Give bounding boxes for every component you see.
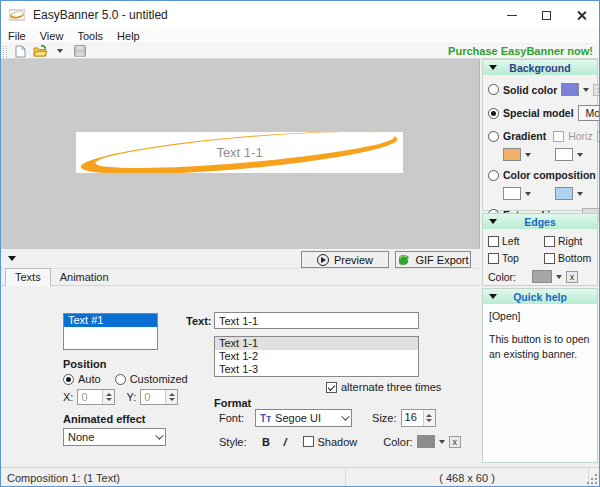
quick-help-panel-title: Quick help	[483, 291, 597, 303]
solid-color-dropdown-icon[interactable]	[583, 88, 589, 92]
edge-color-clear-button[interactable]: x	[566, 271, 578, 283]
toolbar-gripper	[3, 46, 7, 57]
open-dropdown-button[interactable]	[53, 45, 67, 58]
gradient-label: Gradient	[503, 130, 546, 142]
position-customized-radio[interactable]	[115, 374, 126, 385]
solid-color-radio[interactable]	[488, 84, 499, 95]
position-auto-radio[interactable]	[63, 374, 74, 385]
composition-a-swatch[interactable]	[503, 187, 521, 200]
open-file-icon	[33, 45, 47, 57]
menu-tools[interactable]: Tools	[70, 29, 110, 43]
edge-color-dropdown-icon[interactable]	[556, 275, 562, 279]
list-item[interactable]: Text #1	[64, 314, 157, 327]
special-model-label: Special model	[503, 107, 574, 119]
text-input[interactable]: Text 1-1	[214, 312, 419, 329]
edges-panel-header[interactable]: Edges	[483, 214, 597, 229]
edge-right-checkbox[interactable]	[544, 236, 555, 247]
x-spinner[interactable]: 0	[77, 389, 115, 405]
quick-help-panel: Quick help [Open] This button is to open…	[482, 288, 598, 463]
background-panel-header[interactable]: Background	[483, 60, 597, 75]
color-composition-radio[interactable]	[488, 170, 499, 181]
purchase-link[interactable]: Purchase EasyBanner now!	[448, 45, 593, 57]
animated-effect-dropdown[interactable]: None	[63, 428, 166, 446]
list-item[interactable]: Text 1-3	[215, 363, 418, 376]
edge-color-swatch[interactable]	[532, 270, 552, 283]
text-color-clear-button[interactable]: x	[449, 436, 461, 448]
alternate-checkbox[interactable]	[326, 382, 337, 393]
text-items-listbox[interactable]: Text #1	[63, 313, 158, 350]
menu-bar: File View Tools Help	[1, 29, 599, 44]
gif-export-button[interactable]: GIF Export	[395, 251, 471, 268]
quick-help-panel-header[interactable]: Quick help	[483, 289, 597, 304]
edge-left-checkbox[interactable]	[488, 236, 499, 247]
collapse-edges-icon[interactable]	[489, 219, 497, 224]
x-label: X:	[63, 391, 73, 403]
gradient-horiz-label: Horiz	[568, 130, 593, 142]
tab-strip: Texts Animation	[1, 269, 480, 286]
solid-color-clear-button[interactable]: x	[593, 84, 600, 96]
x-spinner-arrows[interactable]	[102, 390, 114, 404]
gradient-from-swatch[interactable]	[503, 148, 521, 161]
app-icon	[9, 7, 25, 23]
tab-animation[interactable]: Animation	[51, 269, 118, 285]
y-spinner[interactable]: 0	[140, 389, 178, 405]
bold-button[interactable]: B	[259, 434, 274, 449]
list-item[interactable]: Text 1-1	[215, 337, 418, 350]
edge-bottom-checkbox[interactable]	[544, 253, 555, 264]
preview-button-label: Preview	[334, 254, 373, 266]
collapse-background-icon[interactable]	[489, 65, 497, 70]
gradient-to-swatch[interactable]	[555, 148, 573, 161]
menu-help[interactable]: Help	[110, 29, 147, 43]
save-button[interactable]	[73, 45, 87, 58]
animated-effect-value: None	[68, 431, 94, 443]
gradient-radio[interactable]	[488, 131, 499, 142]
composition-b-swatch[interactable]	[555, 187, 573, 200]
text-color-swatch[interactable]	[417, 435, 435, 448]
text-field-label: Text:	[186, 315, 211, 327]
size-spinner[interactable]: 16	[401, 409, 436, 427]
composition-a-dropdown-icon[interactable]	[525, 192, 531, 196]
modify-button[interactable]: Modify	[578, 105, 600, 121]
tab-texts[interactable]: Texts	[5, 268, 51, 286]
edge-color-label: Color:	[488, 271, 516, 283]
menu-view[interactable]: View	[33, 29, 71, 43]
collapse-panel-icon[interactable]	[8, 256, 16, 261]
y-spinner-arrows[interactable]	[165, 390, 177, 404]
minimize-button[interactable]	[494, 1, 529, 29]
list-item[interactable]: Text 1-2	[215, 350, 418, 363]
size-spinner-arrows[interactable]	[423, 410, 435, 426]
maximize-button[interactable]	[529, 1, 564, 29]
color-dropdown-arrow-icon[interactable]	[439, 440, 445, 444]
edges-panel: Edges Left Right Top	[482, 213, 598, 286]
gradient-horiz-checkbox[interactable]	[553, 131, 564, 142]
app-window: EasyBanner 5.0 - untitled File View Tool…	[0, 0, 600, 487]
gradient-from-dropdown-icon[interactable]	[525, 153, 531, 157]
quick-help-text: This button is to open an existing banne…	[489, 332, 591, 362]
design-canvas[interactable]: Text 1-1	[1, 59, 480, 249]
text-variants-listbox[interactable]: Text 1-1 Text 1-2 Text 1-3	[214, 336, 419, 377]
position-customized-label: Customized	[130, 373, 188, 385]
preview-button[interactable]: Preview	[301, 251, 389, 268]
font-dropdown[interactable]: Tт Segoe UI	[255, 409, 352, 427]
resize-grip[interactable]	[587, 474, 597, 484]
chevron-down-icon	[155, 431, 163, 439]
alternate-label: alternate three times	[341, 381, 441, 393]
edges-panel-title: Edges	[483, 216, 597, 228]
solid-color-swatch[interactable]	[561, 83, 579, 96]
shadow-checkbox[interactable]	[303, 436, 314, 447]
menu-file[interactable]: File	[1, 29, 33, 43]
new-file-button[interactable]	[13, 45, 27, 58]
quick-help-body: [Open] This button is to open an existin…	[483, 304, 597, 462]
close-button[interactable]	[564, 1, 599, 29]
banner-text: Text 1-1	[76, 132, 403, 173]
collapse-quick-help-icon[interactable]	[489, 294, 497, 299]
banner-preview[interactable]: Text 1-1	[76, 132, 403, 173]
special-model-radio[interactable]	[488, 108, 499, 119]
open-file-button[interactable]	[33, 45, 47, 58]
gif-export-button-label: GIF Export	[415, 254, 468, 266]
gradient-to-dropdown-icon[interactable]	[577, 153, 583, 157]
italic-button[interactable]: /	[278, 434, 293, 449]
edge-top-checkbox[interactable]	[488, 253, 499, 264]
composition-b-dropdown-icon[interactable]	[577, 192, 583, 196]
save-icon	[74, 45, 86, 57]
